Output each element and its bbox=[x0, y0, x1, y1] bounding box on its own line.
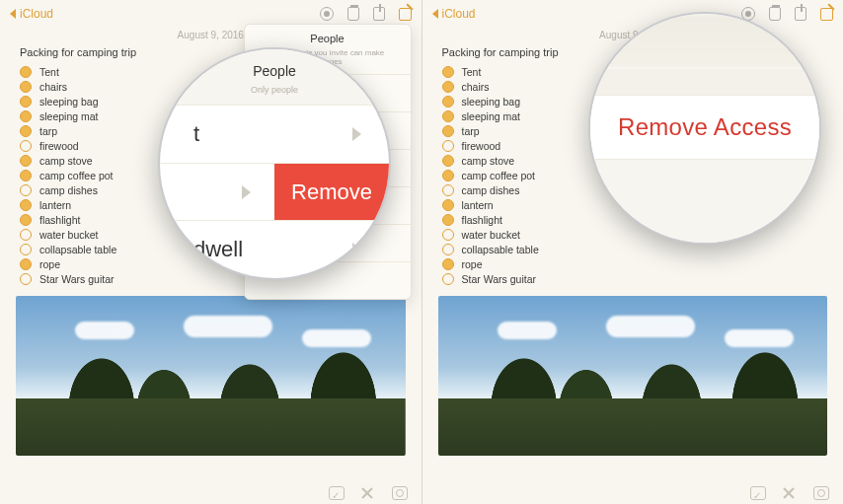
back-button[interactable]: iCloud bbox=[10, 7, 53, 21]
checklist-item-label: tarp bbox=[39, 125, 57, 137]
note-photo[interactable] bbox=[16, 296, 406, 456]
checklist-item-label: camp coffee pot bbox=[39, 170, 114, 181]
checkbox-circle-icon[interactable] bbox=[20, 140, 32, 152]
sketch-icon[interactable] bbox=[360, 486, 376, 500]
person-name-fragment: t bbox=[193, 121, 199, 147]
checkbox-circle-icon[interactable] bbox=[442, 258, 454, 270]
remove-access-button[interactable]: Remove Access bbox=[590, 95, 819, 160]
checklist-item-label: lantern bbox=[39, 199, 71, 211]
checklist-item-label: sleeping bag bbox=[462, 96, 521, 108]
checkbox-circle-icon[interactable] bbox=[442, 155, 454, 167]
share-icon[interactable] bbox=[795, 7, 806, 21]
checkbox-circle-icon[interactable] bbox=[20, 184, 32, 196]
back-label: iCloud bbox=[442, 7, 476, 21]
checklist-item-label: water bucket bbox=[462, 229, 521, 241]
checklist-item-label: Star Wars guitar bbox=[462, 273, 536, 285]
checklist-item[interactable]: water bucket bbox=[442, 227, 824, 242]
checkbox-circle-icon[interactable] bbox=[20, 214, 32, 226]
checklist-item[interactable]: collapsable table bbox=[442, 242, 824, 256]
checklist-item-label: sleeping bag bbox=[39, 96, 99, 108]
checkbox-circle-icon[interactable] bbox=[442, 110, 454, 122]
checklist-item-label: camp stove bbox=[39, 155, 93, 167]
checklist-item-label: rope bbox=[39, 258, 60, 270]
checklist-item-label: chairs bbox=[462, 81, 490, 93]
checkbox-circle-icon[interactable] bbox=[442, 214, 454, 226]
checkbox-circle-icon[interactable] bbox=[442, 96, 454, 108]
checkbox-circle-icon[interactable] bbox=[20, 170, 32, 181]
note-photo[interactable] bbox=[438, 296, 828, 456]
checklist-item-label: sleeping mat bbox=[462, 110, 521, 122]
bottom-toolbar bbox=[750, 486, 829, 500]
magnifier-remove-swipe: People Only people t Remove dwell bbox=[158, 47, 391, 280]
nav-bar: iCloud bbox=[422, 0, 844, 28]
remove-access-label: Remove Access bbox=[618, 113, 792, 141]
checklist-icon[interactable] bbox=[329, 486, 345, 500]
checklist-item-label: firewood bbox=[462, 140, 501, 152]
camera-icon[interactable] bbox=[392, 486, 408, 500]
checkbox-circle-icon[interactable] bbox=[442, 81, 454, 93]
checkbox-circle-icon[interactable] bbox=[442, 244, 454, 255]
checklist-item-label: camp dishes bbox=[39, 184, 98, 196]
nav-actions bbox=[741, 7, 833, 21]
checkbox-circle-icon[interactable] bbox=[20, 244, 32, 255]
checkbox-circle-icon[interactable] bbox=[20, 81, 32, 93]
checkbox-circle-icon[interactable] bbox=[20, 229, 32, 241]
checklist-item-label: Tent bbox=[462, 66, 482, 78]
checklist-item-label: flashlight bbox=[39, 214, 80, 226]
sketch-icon[interactable] bbox=[782, 486, 798, 500]
checkbox-circle-icon[interactable] bbox=[20, 125, 32, 137]
checklist-item-label: chairs bbox=[39, 81, 67, 93]
chevron-left-icon bbox=[10, 9, 16, 19]
person-row[interactable]: t bbox=[160, 105, 389, 163]
checklist-item[interactable]: Star Wars guitar bbox=[442, 271, 824, 286]
checklist-item-label: collapsable table bbox=[462, 244, 539, 255]
checkbox-circle-icon[interactable] bbox=[20, 110, 32, 122]
checkbox-circle-icon[interactable] bbox=[20, 155, 32, 167]
compose-icon[interactable] bbox=[820, 8, 833, 21]
checklist-item-label: collapsable table bbox=[39, 244, 116, 255]
compose-icon[interactable] bbox=[399, 8, 412, 21]
checkbox-circle-icon[interactable] bbox=[442, 184, 454, 196]
checklist-item-label: firewood bbox=[39, 140, 79, 152]
trash-icon[interactable] bbox=[347, 7, 359, 21]
checkbox-circle-icon[interactable] bbox=[20, 96, 32, 108]
checkbox-circle-icon[interactable] bbox=[442, 170, 454, 181]
back-button[interactable]: iCloud bbox=[432, 7, 476, 21]
people-icon[interactable] bbox=[320, 7, 334, 21]
checkbox-circle-icon[interactable] bbox=[442, 199, 454, 211]
remove-button[interactable]: Remove bbox=[274, 164, 389, 221]
checklist-item-label: lantern bbox=[462, 199, 494, 211]
trash-icon[interactable] bbox=[769, 7, 781, 21]
checkbox-circle-icon[interactable] bbox=[442, 125, 454, 137]
checklist-item-label: sleeping mat bbox=[39, 110, 99, 122]
checkbox-circle-icon[interactable] bbox=[20, 258, 32, 270]
checkbox-circle-icon[interactable] bbox=[20, 273, 32, 285]
magnifier-remove-access: Remove Access bbox=[588, 12, 821, 245]
checkbox-circle-icon[interactable] bbox=[20, 199, 32, 211]
share-icon[interactable] bbox=[373, 7, 385, 21]
bottom-toolbar bbox=[329, 486, 408, 500]
checklist-item-label: camp stove bbox=[462, 155, 515, 167]
checkbox-circle-icon[interactable] bbox=[442, 140, 454, 152]
remove-label: Remove bbox=[291, 180, 372, 205]
checklist-item-label: water bucket bbox=[39, 229, 99, 241]
person-row-swiped[interactable]: Remove bbox=[160, 163, 389, 221]
checklist-item-label: flashlight bbox=[462, 214, 502, 226]
checkbox-circle-icon[interactable] bbox=[442, 229, 454, 241]
checkbox-circle-icon[interactable] bbox=[442, 66, 454, 78]
camera-icon[interactable] bbox=[813, 486, 829, 500]
checkbox-circle-icon[interactable] bbox=[442, 273, 454, 285]
checkbox-circle-icon[interactable] bbox=[20, 66, 32, 78]
chevron-right-icon bbox=[242, 185, 251, 199]
checklist-item[interactable]: rope bbox=[442, 256, 824, 271]
popover-subtitle: Only people bbox=[160, 85, 389, 105]
checklist-icon[interactable] bbox=[750, 486, 766, 500]
popover-title: People bbox=[245, 25, 411, 48]
chevron-left-icon bbox=[432, 9, 438, 19]
checklist-item-label: tarp bbox=[462, 125, 480, 137]
checklist-item-label: rope bbox=[462, 258, 483, 270]
checklist-item-label: camp coffee pot bbox=[462, 170, 536, 181]
checklist-item-label: Tent bbox=[39, 66, 59, 78]
checklist-item-label: Star Wars guitar bbox=[39, 273, 114, 285]
back-label: iCloud bbox=[20, 7, 53, 21]
